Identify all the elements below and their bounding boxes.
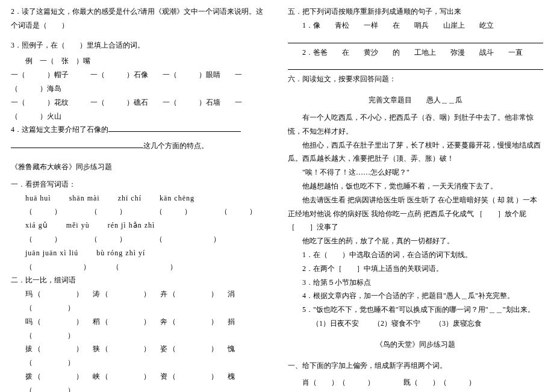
pinyin: kān chēng <box>160 191 195 205</box>
sub-q4: 4．根据文章内容，加一个合适的字，把题目"愚人＿瓜"补充完整。 <box>288 289 543 303</box>
word-row[interactable]: 拔（ ） 狭（ ） 姿（ ） 愧（ ） <box>25 342 266 370</box>
paren-row[interactable]: （ ） （ ） <box>11 260 266 274</box>
question-3: 3．照例子，在（ ）里填上合适的词。 <box>11 39 266 52</box>
pinyin: huā huì <box>25 191 51 205</box>
example-text: 例 一（ 张 ）嘴 <box>11 54 266 68</box>
answer-line[interactable] <box>288 35 543 43</box>
fill-row: 一（ ）帽子 一（ ）石像 一（ ）眼睛 一（ ）海岛 <box>11 68 266 96</box>
sub-q1: 1．在（ ）中选取合适的词，在合适的词下划线。 <box>288 248 543 262</box>
question-2: 2．读了这篇短文，你最大的感受是什么?请用《观潮》文中一个词语来说明。这个词语是… <box>11 5 266 33</box>
paren-row[interactable]: （ ） （ ） （ ） <box>11 232 266 246</box>
reorder-1: 1．像 青松 一样 在 哨兵 山崖上 屹立 <box>288 19 543 33</box>
word-row[interactable]: 拨（ ） 峡（ ） 资（ ） 槐（ ） <box>25 370 266 392</box>
pinyin-row: huā huì shān mài zhī chí kān chēng <box>11 191 266 205</box>
fill-row: 一（ ）花纹 一（ ）礁石 一（ ）石墙 一（ ）火山 <box>11 96 266 123</box>
pinyin: rén jì hǎn zhì <box>108 219 155 232</box>
q4-tail: 这几个方面的特点。 <box>11 139 266 153</box>
q4-text: 4．这篇短文主要介绍了石像的 <box>11 125 108 134</box>
section-1: 一．看拼音写词语： <box>11 178 266 191</box>
char-row[interactable]: 肖（ ）（ ） 既（ ）（ ） <box>288 376 543 390</box>
pinyin: juān juān xì liú <box>25 246 78 260</box>
passage-title: 完善文章题目 愚人＿＿瓜 <box>288 93 543 107</box>
passage-p: 有一个人吃西瓜，不小心，把西瓜子（吞、咽）到肚子中去了。他非常惊慌，不知怎样才好… <box>288 111 543 138</box>
reorder-2: 2．爸爸 在 黄沙 的 工地上 弥漫 战斗 一直 <box>288 46 543 60</box>
pinyin-row: xiá gǔ měi yù rén jì hǎn zhì <box>11 219 266 232</box>
question-4: 4．这篇短文主要介绍了石像的 <box>11 123 266 137</box>
word-row[interactable]: 吗（ ） 稻（ ） 奔（ ） 捐（ ） <box>25 315 266 343</box>
pinyin: měi yù <box>66 219 90 232</box>
pinyin-row: juān juān xì liú bù róng zhì yí <box>11 246 266 260</box>
word-row[interactable]: 玛（ ） 涛（ ） 卉（ ） 涓（ ） <box>25 287 266 315</box>
passage-p: 他担心，西瓜子在肚子里出了芽，长了枝叶，还要蔓藤开花，慢慢地结成西瓜。西瓜越长越… <box>288 138 543 166</box>
pinyin: xiá gǔ <box>25 219 48 232</box>
pinyin: bù róng zhì yí <box>96 246 145 260</box>
paren-row[interactable]: （ ） （ ） （ ） （ ） <box>11 205 266 219</box>
passage-p: 他去请医生看 把病因讲给医生听 医生听了 在心里暗暗好笑（ 却 就 ）一本正经地… <box>288 193 543 234</box>
question-6: 六．阅读短文，按要求回答问题： <box>288 72 543 86</box>
passage-p: "唉！不得了！这……怎么好呢？" <box>288 166 543 179</box>
question-5: 五．把下列词语按顺序重新排列成通顺的句子，写出来 <box>288 5 543 19</box>
q4-tail-text: 这几个方面的特点。 <box>143 142 208 150</box>
sub-q3: 3．给第５小节加标点 <box>288 276 543 290</box>
blank-line[interactable] <box>11 141 143 148</box>
char-row[interactable]: （ ）（ ） （ ）（ ） <box>288 390 543 392</box>
passage-p: 他越想越怕，饭也吃不下，觉也睡不着，一天天消瘦下去了。 <box>288 179 543 193</box>
bird-q1: 一、给下面的字加上偏旁，组成新字再组两个词。 <box>288 359 543 373</box>
pinyin: shān mài <box>69 191 100 205</box>
sub-q2: 2．在两个［ ］中填上适当的关联词语。 <box>288 262 543 276</box>
answer-line[interactable] <box>288 61 543 70</box>
passage-p: 他吃了医生的药，放了个屁，真的一切都好了。 <box>288 234 543 248</box>
section-title: 《雅鲁藏布大峡谷》同步练习题 <box>11 160 266 174</box>
section-2: 二．比一比，组词语 <box>11 273 266 287</box>
sub-q5: 5．"饭也吃不下，觉也睡不着"可以换成下面的哪一词？用"＿＿"划出来。 <box>288 303 543 317</box>
sub-q5-opts: （1）日夜不安 （2）寝食不宁 （3）废寝忘食 <box>288 317 543 331</box>
pinyin: zhī chí <box>118 191 142 205</box>
section-title-2: 《鸟的天堂》同步练习题 <box>288 338 543 352</box>
blank-line[interactable] <box>108 125 241 132</box>
